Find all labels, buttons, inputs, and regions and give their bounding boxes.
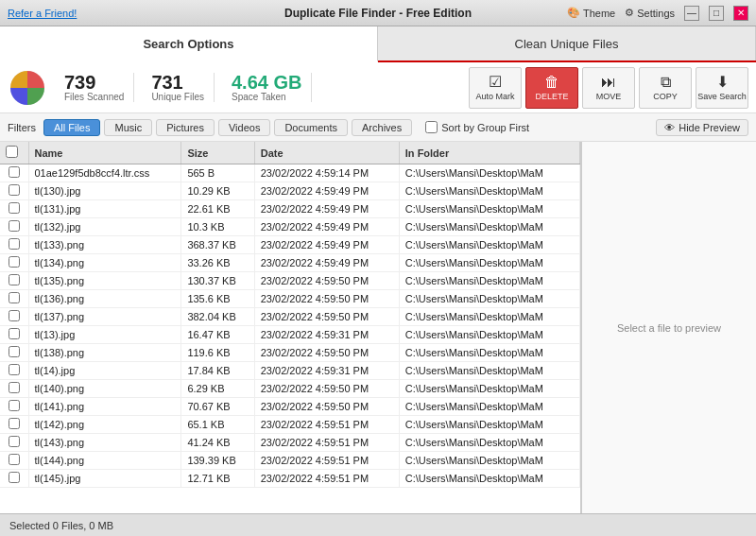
row-checkbox-16[interactable] [9,454,20,465]
save-search-button[interactable]: ⬇ Save Search [696,67,748,109]
filter-music[interactable]: Music [104,119,152,136]
row-checkbox-14[interactable] [9,418,20,429]
title-bar-left: Refer a Friend! [8,8,77,19]
auto-mark-button[interactable]: ☑ Auto Mark [469,67,522,109]
table-row[interactable]: tl(137).png 382.04 KB 23/02/2022 4:59:50… [0,308,580,326]
main-content: Name Size Date In Folder 01ae129f5db8ccf… [0,142,756,513]
col-date: Date [254,142,399,164]
row-checkbox-0[interactable] [9,166,20,178]
pie-chart [8,68,47,108]
cell-name-14: tl(142).png [28,416,181,434]
cell-name-8: tl(137).png [28,308,181,326]
table-row[interactable]: tl(145).jpg 12.71 KB 23/02/2022 4:59:51 … [0,470,580,488]
status-bar: Selected 0 Files, 0 MB [0,513,756,536]
table-row[interactable]: tl(142).png 65.1 KB 23/02/2022 4:59:51 P… [0,416,580,434]
table-row[interactable]: tl(130).jpg 10.29 KB 23/02/2022 4:59:49 … [0,182,580,200]
cell-date-4: 23/02/2022 4:59:49 PM [254,236,399,254]
space-taken-label: Space Taken [232,92,286,102]
cell-folder-16: C:\Users\Mansi\Desktop\MaM [399,452,579,470]
row-checkbox-11[interactable] [9,364,20,375]
maximize-button[interactable]: □ [709,6,724,21]
cell-name-7: tl(136).png [28,290,181,308]
filter-all-files[interactable]: All Files [43,119,101,136]
col-checkbox [0,142,28,164]
sort-checkbox-group[interactable]: Sort by Group First [425,121,529,133]
cell-name-9: tl(13).jpg [28,326,181,344]
col-name: Name [28,142,181,164]
row-checkbox-13[interactable] [9,400,20,411]
eye-icon: 👁 [664,122,675,133]
table-row[interactable]: tl(133).png 368.37 KB 23/02/2022 4:59:49… [0,236,580,254]
tab-clean-unique[interactable]: Clean Unique Files [378,26,756,61]
row-checkbox-6[interactable] [9,274,20,285]
cell-name-17: tl(145).jpg [28,470,181,488]
cell-size-10: 119.6 KB [181,344,254,362]
table-row[interactable]: tl(136).png 135.6 KB 23/02/2022 4:59:50 … [0,290,580,308]
table-row[interactable]: tl(143).png 41.24 KB 23/02/2022 4:59:51 … [0,434,580,452]
stat-files-scanned: 739 Files Scanned [55,73,134,102]
table-row[interactable]: tl(141).png 70.67 KB 23/02/2022 4:59:50 … [0,398,580,416]
row-checkbox-9[interactable] [9,328,20,339]
cell-date-17: 23/02/2022 4:59:51 PM [254,470,399,488]
row-checkbox-7[interactable] [9,292,20,303]
table-row[interactable]: tl(13).jpg 16.47 KB 23/02/2022 4:59:31 P… [0,326,580,344]
cell-date-11: 23/02/2022 4:59:31 PM [254,362,399,380]
save-icon: ⬇ [716,75,729,90]
table-row[interactable]: tl(134).png 33.26 KB 23/02/2022 4:59:49 … [0,254,580,272]
row-checkbox-2[interactable] [9,202,20,214]
row-checkbox-12[interactable] [9,382,20,393]
cell-date-15: 23/02/2022 4:59:51 PM [254,434,399,452]
table-row[interactable]: tl(132).jpg 10.3 KB 23/02/2022 4:59:49 P… [0,218,580,236]
file-list[interactable]: Name Size Date In Folder 01ae129f5db8ccf… [0,142,581,513]
cell-date-5: 23/02/2022 4:59:49 PM [254,254,399,272]
unique-files-label: Unique Files [151,92,204,102]
table-row[interactable]: tl(144).png 139.39 KB 23/02/2022 4:59:51… [0,452,580,470]
filter-archives[interactable]: Archives [352,119,412,136]
theme-button[interactable]: 🎨 Theme [567,7,615,19]
filter-videos[interactable]: Videos [218,119,270,136]
select-all-checkbox[interactable] [6,146,18,158]
table-row[interactable]: tl(14).jpg 17.84 KB 23/02/2022 4:59:31 P… [0,362,580,380]
hide-preview-button[interactable]: 👁 Hide Preview [656,119,748,136]
table-row[interactable]: tl(140).png 6.29 KB 23/02/2022 4:59:50 P… [0,380,580,398]
cell-folder-8: C:\Users\Mansi\Desktop\MaM [399,308,579,326]
minimize-button[interactable]: — [684,6,699,21]
row-checkbox-10[interactable] [9,346,20,357]
settings-button[interactable]: ⚙ Settings [625,7,675,19]
stats-bar: 739 Files Scanned 731 Unique Files 4.64 … [0,62,756,113]
cell-name-2: tl(131).jpg [28,200,181,218]
filter-pictures[interactable]: Pictures [156,119,215,136]
cell-size-11: 17.84 KB [181,362,254,380]
row-checkbox-3[interactable] [9,220,20,232]
row-checkbox-17[interactable] [9,472,20,483]
table-row[interactable]: tl(131).jpg 22.61 KB 23/02/2022 4:59:49 … [0,200,580,218]
close-button[interactable]: ✕ [733,6,748,21]
cell-folder-9: C:\Users\Mansi\Desktop\MaM [399,326,579,344]
copy-icon: ⧉ [661,75,671,90]
row-checkbox-8[interactable] [9,310,20,321]
tab-search-options[interactable]: Search Options [0,26,378,62]
cell-folder-6: C:\Users\Mansi\Desktop\MaM [399,272,579,290]
row-checkbox-5[interactable] [9,256,20,268]
refer-friend-link[interactable]: Refer a Friend! [8,8,77,19]
row-checkbox-1[interactable] [9,184,20,196]
row-checkbox-15[interactable] [9,436,20,447]
copy-button[interactable]: ⧉ COPY [639,67,692,109]
row-checkbox-4[interactable] [9,238,20,250]
cell-size-17: 12.71 KB [181,470,254,488]
table-row[interactable]: tl(135).png 130.37 KB 23/02/2022 4:59:50… [0,272,580,290]
table-row[interactable]: tl(138).png 119.6 KB 23/02/2022 4:59:50 … [0,344,580,362]
cell-date-3: 23/02/2022 4:59:49 PM [254,218,399,236]
table-row[interactable]: 01ae129f5db8ccf4.ltr.css 565 B 23/02/202… [0,164,580,182]
cell-date-6: 23/02/2022 4:59:50 PM [254,272,399,290]
cell-date-10: 23/02/2022 4:59:50 PM [254,344,399,362]
move-button[interactable]: ⏭ MOVE [582,67,635,109]
cell-date-8: 23/02/2022 4:59:50 PM [254,308,399,326]
sort-by-group-label: Sort by Group First [441,122,529,133]
cell-folder-3: C:\Users\Mansi\Desktop\MaM [399,218,579,236]
app-title: Duplicate File Finder - Free Edition [284,7,472,20]
cell-size-14: 65.1 KB [181,416,254,434]
delete-button[interactable]: 🗑 DELETE [525,67,578,109]
filter-documents[interactable]: Documents [274,119,348,136]
sort-by-group-checkbox[interactable] [425,121,438,133]
